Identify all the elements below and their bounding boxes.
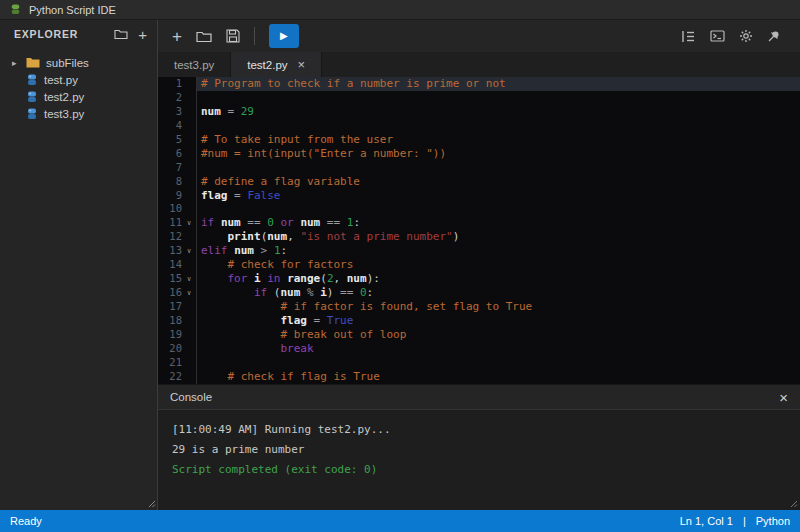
fold-spacer [182, 342, 196, 356]
console-line: 29 is a prime number [172, 440, 800, 460]
toolbar-separator [254, 27, 255, 45]
line-number: 7 [158, 161, 182, 175]
code-text: # check if flag is True [196, 370, 800, 384]
code-line[interactable]: 20 break [158, 342, 800, 356]
code-line[interactable]: 3num = 29 [158, 105, 800, 119]
fold-spacer [182, 202, 196, 216]
explorer-title: EXPLORER [14, 28, 114, 40]
code-line[interactable]: 22 # check if flag is True [158, 370, 800, 384]
code-line[interactable]: 8# define a flag variable [158, 175, 800, 189]
line-number: 12 [158, 230, 182, 244]
code-line[interactable]: 16∨ if (num % i) == 0: [158, 286, 800, 300]
fold-spacer [182, 119, 196, 133]
terminal-toggle-button[interactable] [710, 30, 725, 42]
console-output[interactable]: [11:00:49 AM] Running test2.py...29 is a… [158, 410, 800, 510]
line-number: 2 [158, 91, 182, 105]
code-line[interactable]: 19 # break out of loop [158, 328, 800, 342]
window-title: Python Script IDE [29, 4, 116, 16]
tab-close-icon[interactable]: × [298, 58, 306, 71]
settings-button[interactable] [739, 29, 753, 43]
code-line[interactable]: 2 [158, 91, 800, 105]
code-text: #num = int(input("Enter a number: ")) [196, 147, 800, 161]
code-line[interactable]: 17 # if factor is found, set flag to Tru… [158, 300, 800, 314]
new-folder-button[interactable] [114, 28, 128, 40]
fold-spacer [182, 370, 196, 384]
line-number: 21 [158, 356, 182, 370]
line-number: 9 [158, 189, 182, 203]
outline-panel-button[interactable] [681, 30, 696, 43]
line-number: 1 [158, 77, 182, 91]
code-line[interactable]: 13∨elif num > 1: [158, 244, 800, 258]
save-button[interactable] [226, 29, 240, 43]
run-button[interactable]: ▶ [269, 24, 299, 48]
fold-chevron-icon[interactable]: ∨ [182, 244, 196, 258]
fold-spacer [182, 161, 196, 175]
toolbar-right-icons [681, 29, 780, 43]
line-number: 5 [158, 133, 182, 147]
code-line[interactable]: 12 print(num, "is not a prime number") [158, 230, 800, 244]
tab-label: test3.py [174, 59, 214, 71]
tab-test2-active[interactable]: test2.py × [231, 52, 322, 77]
file-item[interactable]: test3.py [0, 105, 157, 122]
line-number: 10 [158, 202, 182, 216]
console-close-icon[interactable]: × [779, 390, 788, 405]
tab-test3[interactable]: test3.py [158, 52, 231, 77]
new-file-button[interactable]: + [138, 27, 147, 42]
code-line[interactable]: 1# Program to check if a number is prime… [158, 77, 800, 91]
console-resize-grip[interactable] [790, 500, 798, 508]
code-text: # if factor is found, set flag to True [196, 300, 800, 314]
folder-item-subfiles[interactable]: ▸ subFiles [0, 54, 157, 71]
fold-spacer [182, 77, 196, 91]
code-line[interactable]: 9flag = False [158, 189, 800, 203]
fold-spacer [182, 356, 196, 370]
status-bar: Ready Ln 1, Col 1 | Python [0, 510, 800, 532]
console-header: Console × [158, 384, 800, 410]
status-divider: | [743, 515, 746, 527]
fold-chevron-icon[interactable]: ∨ [182, 286, 196, 300]
console-line: Script completed (exit code: 0) [172, 460, 800, 480]
code-line[interactable]: 15∨ for i in range(2, num): [158, 272, 800, 286]
language-mode[interactable]: Python [756, 515, 790, 527]
code-line[interactable]: 4 [158, 119, 800, 133]
file-item[interactable]: test2.py [0, 88, 157, 105]
code-text [196, 202, 800, 216]
sidebar-resize-grip[interactable] [148, 500, 156, 508]
tab-label: test2.py [247, 59, 287, 71]
file-tree: ▸ subFiles test.py test2.py [0, 48, 157, 122]
code-line[interactable]: 5# To take input from the user [158, 133, 800, 147]
console-line: [11:00:49 AM] Running test2.py... [172, 420, 800, 440]
file-item[interactable]: test.py [0, 71, 157, 88]
code-line[interactable]: 18 flag = True [158, 314, 800, 328]
open-folder-button[interactable] [196, 30, 212, 43]
line-number: 16 [158, 286, 182, 300]
code-lines: 1# Program to check if a number is prime… [158, 77, 800, 384]
pin-button[interactable] [767, 30, 780, 43]
code-line[interactable]: 14 # check for factors [158, 258, 800, 272]
code-line[interactable]: 21 [158, 356, 800, 370]
explorer-header: EXPLORER + [0, 20, 157, 48]
code-line[interactable]: 7 [158, 161, 800, 175]
editor-toolbar: + ▶ [158, 20, 800, 52]
fold-chevron-icon[interactable]: ∨ [182, 272, 196, 286]
gear-icon [739, 29, 753, 43]
code-editor[interactable]: 1# Program to check if a number is prime… [158, 77, 800, 384]
save-floppy-icon [227, 30, 239, 42]
terminal-icon [710, 30, 725, 42]
fold-chevron-icon[interactable]: ∨ [182, 216, 196, 230]
fold-spacer [182, 175, 196, 189]
code-text: # break out of loop [196, 328, 800, 342]
new-file-toolbar-button[interactable]: + [172, 28, 182, 45]
code-line[interactable]: 11∨if num == 0 or num == 1: [158, 216, 800, 230]
cursor-position[interactable]: Ln 1, Col 1 [680, 515, 733, 527]
line-number: 14 [158, 258, 182, 272]
line-number: 11 [158, 216, 182, 230]
code-text: # To take input from the user [196, 133, 800, 147]
code-text: break [196, 342, 800, 356]
code-line[interactable]: 10 [158, 202, 800, 216]
fold-spacer [182, 328, 196, 342]
fold-spacer [182, 105, 196, 119]
chevron-right-icon[interactable]: ▸ [12, 58, 20, 68]
code-line[interactable]: 6#num = int(input("Enter a number: ")) [158, 147, 800, 161]
code-text: flag = False [196, 189, 800, 203]
python-file-icon [26, 74, 38, 86]
